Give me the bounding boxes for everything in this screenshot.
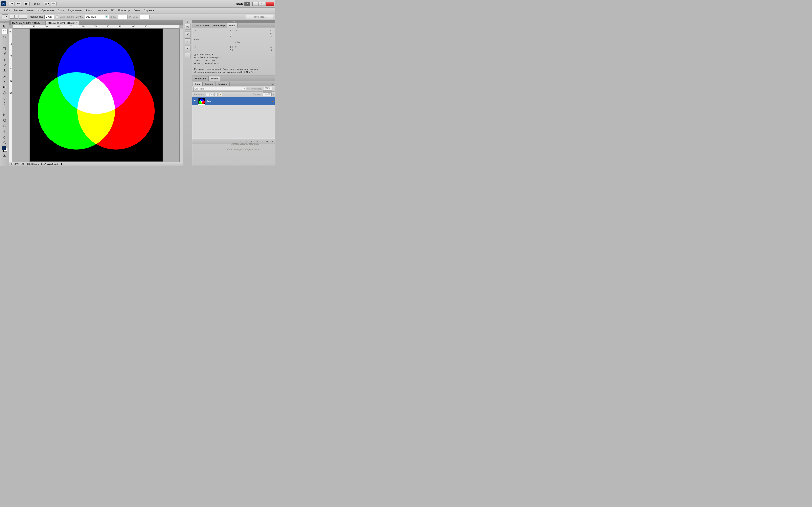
wand-tool[interactable] bbox=[2, 40, 7, 45]
menu-filter[interactable]: Фильтр bbox=[84, 8, 96, 13]
selection-intersect-icon[interactable] bbox=[23, 15, 27, 19]
minibridge-dock-icon[interactable]: Mb bbox=[185, 24, 191, 30]
visibility-icon[interactable]: 👁 bbox=[194, 100, 197, 103]
ruler-horizontal[interactable]: 1020 3040 5060 7080 90100 110 bbox=[13, 25, 180, 29]
panel-menu-icon[interactable]: ▾≡ bbox=[270, 78, 275, 80]
actions-dock-icon[interactable]: ▶ bbox=[185, 46, 191, 51]
selection-new-icon[interactable] bbox=[10, 15, 14, 19]
menu-layer[interactable]: Слои bbox=[56, 8, 66, 13]
layer-thumbnail[interactable] bbox=[198, 98, 205, 105]
status-menu-arrow[interactable]: ▶ bbox=[61, 163, 63, 165]
style-select[interactable]: Обычный bbox=[85, 15, 109, 19]
new-layer-icon[interactable]: ▣ bbox=[265, 140, 269, 143]
history-brush-tool[interactable] bbox=[2, 73, 7, 78]
tab-channels[interactable]: Каналы bbox=[203, 81, 215, 86]
zoom-level-display[interactable]: 184% bbox=[34, 2, 42, 5]
foreground-color-swatch[interactable] bbox=[2, 146, 6, 150]
view-extras-button[interactable]: ▦ bbox=[24, 2, 30, 6]
workspace-switcher[interactable]: » bbox=[244, 2, 250, 6]
3d-tool[interactable] bbox=[2, 123, 7, 128]
layer-name[interactable]: Фон bbox=[207, 100, 211, 102]
toolbox-grip[interactable] bbox=[0, 21, 9, 23]
toolpresets-dock-icon[interactable]: ⬚ bbox=[185, 53, 191, 58]
refine-edge-button[interactable]: Уточн. край... bbox=[246, 15, 273, 19]
tab-histogram[interactable]: Гистограмма bbox=[193, 23, 211, 27]
ruler-vertical[interactable]: 010 2030 4050 bbox=[9, 29, 13, 162]
arrange-button[interactable]: ▯▯ bbox=[44, 2, 50, 6]
shape-tool[interactable] bbox=[2, 118, 7, 123]
tab-masks[interactable]: Маски bbox=[209, 76, 220, 80]
canvas[interactable] bbox=[30, 29, 162, 161]
pen-tool[interactable] bbox=[2, 101, 7, 106]
document-tab[interactable]: CMYK.jpg @ 188% (RGB/8#)× bbox=[10, 20, 45, 25]
menu-file[interactable]: Файл bbox=[2, 8, 12, 13]
quick-mask-toggle[interactable] bbox=[2, 153, 7, 158]
type-tool[interactable]: T bbox=[2, 107, 7, 112]
heal-tool[interactable] bbox=[2, 57, 7, 62]
feather-input[interactable] bbox=[44, 15, 54, 19]
path-select-tool[interactable] bbox=[2, 112, 7, 117]
marquee-tool[interactable] bbox=[2, 29, 7, 34]
workspace-label[interactable]: Basic bbox=[236, 2, 243, 5]
gradient-tool[interactable] bbox=[2, 84, 7, 90]
canvas-viewport[interactable] bbox=[13, 29, 180, 162]
link-layers-icon[interactable]: ⚯ bbox=[240, 140, 243, 143]
tab-close-icon[interactable]: × bbox=[42, 22, 44, 24]
dodge-tool[interactable] bbox=[2, 96, 7, 101]
3d-camera-tool[interactable] bbox=[2, 129, 7, 134]
blur-tool[interactable] bbox=[2, 90, 7, 95]
screen-mode-button[interactable]: ▭ bbox=[51, 2, 56, 6]
document-tab[interactable]: RGB.jpg @ 184% (RGB/8#)× bbox=[46, 20, 79, 25]
layer-group-icon[interactable]: ▭ bbox=[260, 140, 264, 143]
status-doc-dims[interactable]: 105,83 мм x 106,54 мм (72 ppi) bbox=[27, 163, 58, 165]
color-swatches[interactable] bbox=[2, 146, 7, 152]
tab-navigator[interactable]: Навигатор bbox=[211, 23, 227, 27]
selection-subtract-icon[interactable] bbox=[19, 15, 23, 19]
bridge-button[interactable]: Br bbox=[9, 2, 14, 6]
panels-grip[interactable] bbox=[192, 20, 275, 22]
maximize-button[interactable]: ❐ bbox=[259, 2, 265, 6]
lock-pixels-icon[interactable]: ✎ bbox=[210, 93, 213, 96]
delete-layer-icon[interactable]: 🗑 bbox=[270, 140, 274, 143]
lock-all-icon[interactable]: 🔒 bbox=[219, 93, 222, 96]
lasso-tool[interactable] bbox=[2, 35, 7, 40]
stamp-tool[interactable] bbox=[2, 68, 7, 73]
lock-position-icon[interactable]: + bbox=[214, 93, 218, 96]
minimize-button[interactable]: — bbox=[252, 2, 259, 6]
eraser-tool[interactable] bbox=[2, 79, 7, 84]
zoom-tool[interactable] bbox=[2, 140, 7, 145]
brush-dock-icon[interactable]: 🖌 bbox=[185, 31, 191, 37]
scrollbar-vertical[interactable] bbox=[180, 29, 183, 162]
adjustment-layer-icon[interactable]: ◑ bbox=[255, 140, 258, 143]
menu-analysis[interactable]: Анализ bbox=[96, 8, 109, 13]
menu-image[interactable]: Изображение bbox=[36, 8, 56, 13]
menu-select[interactable]: Выделение bbox=[66, 8, 84, 13]
crop-tool[interactable] bbox=[2, 46, 7, 51]
tool-preset-picker[interactable]: ⬚ bbox=[2, 14, 8, 19]
status-zoom[interactable]: 184,11% bbox=[11, 163, 19, 165]
menu-view[interactable]: Просмотр bbox=[116, 8, 132, 13]
layer-row[interactable]: 👁 Фон 🔒 bbox=[192, 97, 275, 105]
tab-adjustments[interactable]: Коррекция bbox=[193, 76, 209, 80]
menu-3d[interactable]: 3D bbox=[109, 8, 116, 13]
menu-help[interactable]: Справка bbox=[142, 8, 156, 13]
dock-grip[interactable] bbox=[187, 21, 188, 23]
eyedropper-tool[interactable] bbox=[2, 51, 7, 56]
minibridge-button[interactable]: Mb bbox=[16, 2, 21, 6]
status-proof-icon[interactable]: ◉ bbox=[22, 163, 24, 165]
layer-list[interactable]: 👁 Фон 🔒 bbox=[192, 97, 275, 138]
clone-dock-icon[interactable]: ▭ bbox=[185, 39, 191, 44]
brush-tool[interactable] bbox=[2, 62, 7, 67]
menu-edit[interactable]: Редактирование bbox=[12, 8, 36, 13]
hand-tool[interactable] bbox=[2, 134, 7, 139]
panel-menu-icon[interactable]: ▾≡ bbox=[270, 25, 275, 27]
lock-transparency-icon[interactable] bbox=[206, 93, 209, 96]
tab-close-icon[interactable]: × bbox=[76, 22, 78, 24]
move-tool[interactable] bbox=[2, 23, 7, 29]
panel-menu-icon[interactable]: ▾≡ bbox=[270, 83, 275, 86]
layer-mask-icon[interactable]: ◐ bbox=[250, 140, 253, 143]
tab-info[interactable]: Инфо bbox=[227, 23, 238, 27]
layer-fx-icon[interactable]: fx bbox=[245, 140, 248, 143]
tab-layers[interactable]: Слои bbox=[193, 81, 203, 86]
selection-add-icon[interactable] bbox=[14, 15, 18, 19]
